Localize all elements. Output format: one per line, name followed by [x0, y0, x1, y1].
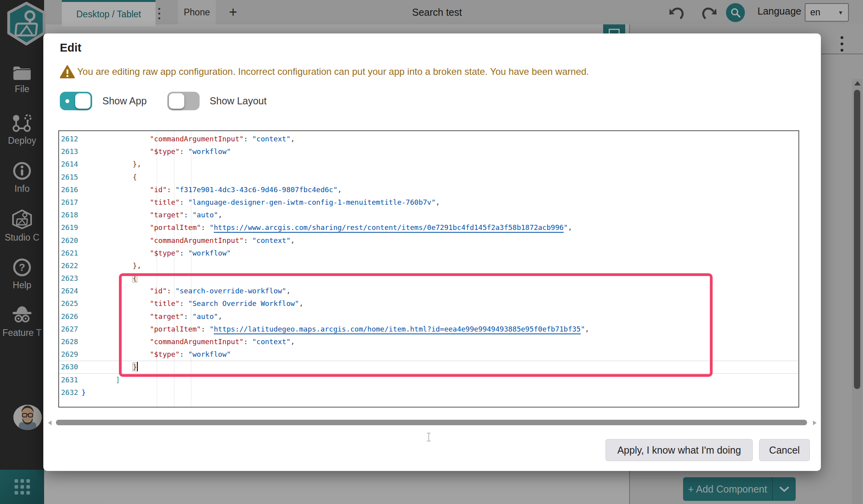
warning-banner: You are editing raw app configuration. I… — [60, 65, 589, 78]
code-text: } — [81, 361, 138, 373]
code-line[interactable]: 2615 { — [59, 171, 798, 183]
line-number: 2627 — [59, 323, 81, 335]
show-app-label: Show App — [102, 95, 147, 107]
line-number: 2629 — [59, 348, 81, 361]
toggle-knob — [75, 93, 91, 109]
line-number: 2619 — [59, 221, 81, 234]
code-text: }, — [81, 259, 141, 272]
code-text: "title": "Search Override Workflow", — [81, 297, 304, 310]
apply-button[interactable]: Apply, I know what I'm doing — [606, 439, 753, 461]
warning-icon — [60, 65, 75, 78]
show-layout-toggle[interactable] — [167, 92, 200, 110]
code-text: "commandArgumentInput": "context", — [81, 133, 295, 145]
line-number: 2616 — [59, 183, 81, 196]
line-number: 2615 — [59, 171, 81, 183]
code-line[interactable]: 2612 "commandArgumentInput": "context", — [59, 133, 798, 145]
code-text: { — [81, 171, 137, 183]
line-number: 2622 — [59, 259, 81, 272]
code-text: "$type": "workflow" — [81, 247, 231, 259]
code-text: "portalItem": "https://www.arcgis.com/sh… — [81, 221, 572, 234]
code-line[interactable]: 2622 }, — [59, 259, 798, 272]
line-number: 2624 — [59, 285, 81, 297]
line-number: 2626 — [59, 310, 81, 323]
code-line[interactable]: 2624 "id": "search-override-workflow", — [59, 285, 798, 297]
code-text: }, — [81, 158, 141, 170]
toggle-knob — [169, 93, 184, 109]
code-text: "id": "search-override-workflow", — [81, 285, 291, 297]
line-number: 2620 — [59, 234, 81, 247]
code-line[interactable]: 2628 "commandArgumentInput": "context", — [59, 335, 798, 348]
code-line[interactable]: 2627 "portalItem": "https://latitudegeo.… — [59, 323, 798, 335]
edit-config-dialog: Edit You are editing raw app configurati… — [43, 33, 821, 471]
code-line[interactable]: 2613 "$type": "workflow" — [59, 145, 798, 158]
code-line[interactable]: 2621 "$type": "workflow" — [59, 247, 798, 259]
code-line[interactable]: 2618 "target": "auto", — [59, 209, 798, 221]
line-number: 2623 — [59, 272, 81, 285]
dialog-title: Edit — [60, 41, 81, 54]
code-line[interactable]: 2616 "id": "f317e901-4dc3-43c6-9d46-9807… — [59, 183, 798, 196]
code-text: "portalItem": "https://latitudegeo.maps.… — [81, 323, 589, 335]
code-text: "commandArgumentInput": "context", — [81, 335, 295, 348]
code-line[interactable]: 2619 "portalItem": "https://www.arcgis.c… — [59, 221, 798, 234]
apply-button-label: Apply, I know what I'm doing — [617, 445, 741, 456]
code-line[interactable]: 2614 }, — [59, 158, 798, 170]
editor-horizontal-scrollbar[interactable] — [47, 419, 817, 426]
code-line[interactable]: 2626 "target": "auto", — [59, 310, 798, 323]
code-text: "$type": "workflow" — [81, 348, 231, 361]
line-number: 2618 — [59, 209, 81, 221]
scroll-right-icon[interactable] — [813, 421, 817, 425]
designer-app: Desktop / Tablet Phone + Search test Lan… — [0, 0, 863, 504]
code-text: "title": "language-designer-gen-iwtm-con… — [81, 196, 440, 209]
line-number: 2631 — [59, 374, 81, 386]
text-caret — [137, 362, 138, 371]
toggle-row: Show App Show Layout — [60, 92, 277, 110]
code-line[interactable]: 2632} — [59, 386, 798, 399]
code-line[interactable]: 2629 "$type": "workflow" — [59, 348, 798, 361]
line-number: 2614 — [59, 158, 81, 170]
code-line[interactable]: 2623 { — [59, 272, 798, 285]
code-text: ] — [81, 374, 120, 386]
cancel-button[interactable]: Cancel — [759, 439, 810, 461]
scrollbar-thumb[interactable] — [56, 420, 807, 425]
line-number: 2632 — [59, 386, 81, 399]
warning-text: You are editing raw app configuration. I… — [77, 66, 589, 77]
line-number: 2613 — [59, 145, 81, 158]
line-number: 2630 — [59, 361, 81, 373]
code-line[interactable]: 2620 "commandArgumentInput": "context", — [59, 234, 798, 247]
scroll-left-icon[interactable] — [48, 421, 52, 425]
code-lines: 2612 "commandArgumentInput": "context",2… — [59, 133, 798, 399]
code-text: "commandArgumentInput": "context", — [81, 234, 295, 247]
toggle-on-dot — [65, 99, 69, 103]
cancel-button-label: Cancel — [769, 445, 800, 456]
code-text: "target": "auto", — [81, 209, 222, 221]
code-line[interactable]: 2631 ] — [59, 374, 798, 386]
text-cursor-pointer — [428, 433, 429, 441]
code-text: } — [81, 386, 86, 399]
line-number: 2617 — [59, 196, 81, 209]
code-line[interactable]: 2617 "title": "language-designer-gen-iwt… — [59, 196, 798, 209]
code-line[interactable]: 2630 } — [59, 361, 798, 373]
json-code-editor[interactable]: 2612 "commandArgumentInput": "context",2… — [58, 130, 799, 408]
code-text: { — [81, 272, 137, 285]
line-number: 2628 — [59, 335, 81, 348]
code-line[interactable]: 2625 "title": "Search Override Workflow"… — [59, 297, 798, 310]
code-text: "target": "auto", — [81, 310, 222, 323]
code-text: "id": "f317e901-4dc3-43c6-9d46-9807fbc4e… — [81, 183, 342, 196]
line-number: 2612 — [59, 133, 81, 145]
show-layout-label: Show Layout — [210, 95, 267, 107]
show-app-toggle[interactable] — [60, 92, 92, 110]
line-number: 2625 — [59, 297, 81, 310]
line-number: 2621 — [59, 247, 81, 259]
code-text: "$type": "workflow" — [81, 145, 231, 158]
